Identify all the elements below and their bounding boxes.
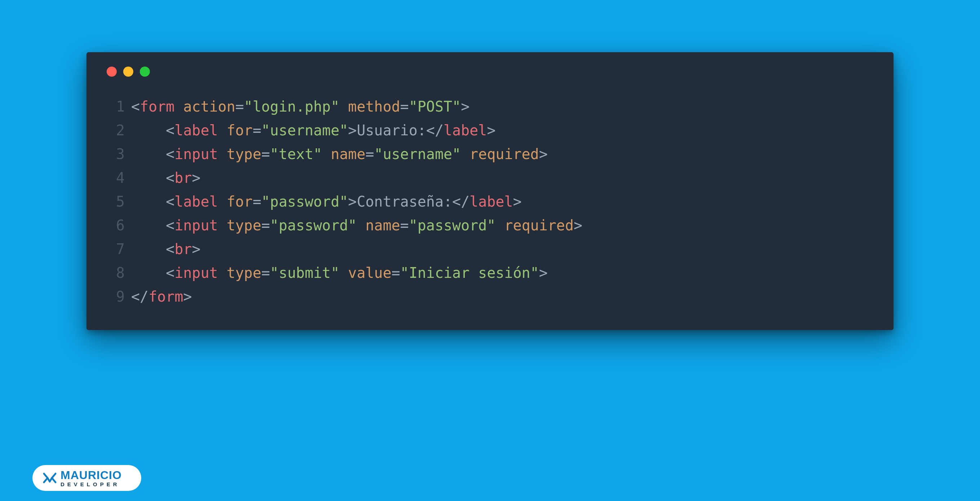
token-attr: action xyxy=(183,98,235,115)
brand-logo: MAURICIO DEVELOPER xyxy=(32,465,141,491)
token-attr: for xyxy=(227,122,253,139)
code-line: 1<form action="login.php" method="POST"> xyxy=(105,95,875,119)
token-pun: > xyxy=(348,122,357,139)
token-pun: > xyxy=(487,122,495,139)
token-tag: label xyxy=(444,122,487,139)
token-attr: type xyxy=(227,217,261,233)
token-str: "Iniciar sesión" xyxy=(400,265,539,281)
line-number: 5 xyxy=(105,190,125,213)
token-pun: < xyxy=(131,193,174,210)
token-tag: br xyxy=(174,170,192,186)
token-pun xyxy=(339,98,348,115)
token-pun: = xyxy=(261,265,270,281)
token-pun: > xyxy=(539,265,548,281)
window-titlebar xyxy=(107,67,875,77)
token-tag: input xyxy=(174,265,218,281)
token-pun: </ xyxy=(426,122,444,139)
token-attr: name xyxy=(331,146,365,162)
token-tag: input xyxy=(174,146,218,162)
token-txt: Usuario: xyxy=(357,122,426,139)
token-pun: = xyxy=(261,146,270,162)
token-str: "username" xyxy=(374,146,461,162)
token-tag: label xyxy=(469,193,513,210)
token-pun: < xyxy=(131,122,174,139)
token-attr: required xyxy=(469,146,539,162)
token-pun: > xyxy=(539,146,548,162)
close-icon[interactable] xyxy=(107,67,117,77)
token-pun: > xyxy=(574,217,582,233)
logo-subtitle: DEVELOPER xyxy=(60,482,122,487)
code-line: 6 <input type="password" name="password"… xyxy=(105,213,875,237)
token-pun xyxy=(339,265,348,281)
token-pun: = xyxy=(391,265,400,281)
token-str: "username" xyxy=(261,122,348,139)
token-pun xyxy=(218,265,227,281)
line-content: <br> xyxy=(131,237,201,261)
token-pun xyxy=(218,122,227,139)
line-number: 6 xyxy=(105,213,125,237)
token-pun: < xyxy=(131,98,140,115)
token-pun xyxy=(496,217,504,233)
token-pun: = xyxy=(400,217,409,233)
code-line: 3 <input type="text" name="username" req… xyxy=(105,142,875,166)
code-editor-window: 1<form action="login.php" method="POST">… xyxy=(86,52,894,330)
minimize-icon[interactable] xyxy=(123,67,133,77)
line-number: 7 xyxy=(105,237,125,261)
line-number: 4 xyxy=(105,166,125,190)
token-pun: > xyxy=(183,288,192,305)
token-pun: < xyxy=(131,146,174,162)
token-pun: = xyxy=(400,98,409,115)
token-pun: </ xyxy=(131,288,148,305)
token-attr: value xyxy=(348,265,391,281)
line-content: <label for="password">Contraseña:</label… xyxy=(131,190,522,213)
token-pun: = xyxy=(261,217,270,233)
token-pun: = xyxy=(253,122,261,139)
line-number: 8 xyxy=(105,261,125,285)
token-pun: < xyxy=(131,217,174,233)
code-line: 9</form> xyxy=(105,285,875,308)
token-str: "submit" xyxy=(270,265,339,281)
token-pun: = xyxy=(253,193,261,210)
line-number: 9 xyxy=(105,285,125,308)
token-tag: form xyxy=(140,98,174,115)
line-number: 2 xyxy=(105,119,125,142)
line-content: </form> xyxy=(131,285,192,308)
token-pun: < xyxy=(131,241,174,257)
token-attr: type xyxy=(227,265,261,281)
code-line: 4 <br> xyxy=(105,166,875,190)
token-attr: method xyxy=(348,98,400,115)
token-str: "password" xyxy=(261,193,348,210)
code-line: 5 <label for="password">Contraseña:</lab… xyxy=(105,190,875,213)
line-content: <br> xyxy=(131,166,201,190)
token-tag: input xyxy=(174,217,218,233)
token-txt: Contraseña: xyxy=(357,193,452,210)
token-attr: name xyxy=(365,217,400,233)
token-pun xyxy=(218,146,227,162)
token-pun: < xyxy=(131,170,174,186)
line-content: <input type="text" name="username" requi… xyxy=(131,142,548,166)
token-tag: label xyxy=(174,193,218,210)
token-attr: for xyxy=(227,193,253,210)
token-pun xyxy=(322,146,331,162)
line-content: <form action="login.php" method="POST"> xyxy=(131,95,469,119)
token-str: "password" xyxy=(409,217,496,233)
token-str: "text" xyxy=(270,146,322,162)
logo-name: MAURICIO xyxy=(60,469,122,481)
token-pun: > xyxy=(348,193,357,210)
code-line: 7 <br> xyxy=(105,237,875,261)
token-pun xyxy=(174,98,183,115)
token-tag: br xyxy=(174,241,192,257)
token-str: "POST" xyxy=(409,98,461,115)
token-tag: label xyxy=(174,122,218,139)
line-content: <input type="submit" value="Iniciar sesi… xyxy=(131,261,548,285)
token-pun: > xyxy=(192,170,201,186)
token-tag: form xyxy=(148,288,183,305)
token-pun xyxy=(218,193,227,210)
token-pun xyxy=(357,217,365,233)
code-block: 1<form action="login.php" method="POST">… xyxy=(105,95,875,308)
zoom-icon[interactable] xyxy=(140,67,150,77)
token-attr: type xyxy=(227,146,261,162)
token-str: "login.php" xyxy=(244,98,339,115)
line-number: 3 xyxy=(105,142,125,166)
token-pun: </ xyxy=(452,193,469,210)
